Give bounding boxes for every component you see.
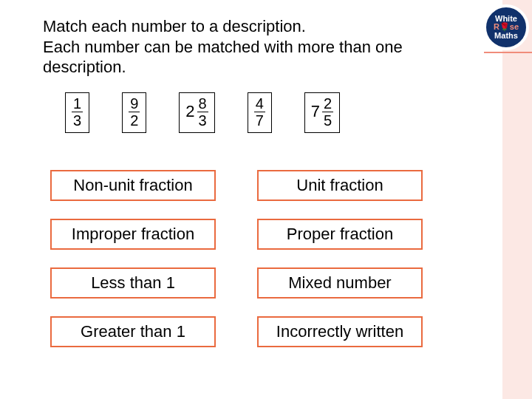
fraction-card[interactable]: 7 2 5: [304, 92, 340, 133]
description-box[interactable]: Incorrectly written: [257, 316, 423, 347]
denominator: 7: [254, 112, 265, 128]
instruction-line-2: Each number can be matched with more tha…: [43, 37, 479, 78]
description-box[interactable]: Greater than 1: [50, 316, 216, 347]
fraction: 4 7: [254, 96, 265, 128]
denominator: 5: [322, 112, 333, 128]
fraction-card[interactable]: 9 2: [122, 92, 146, 133]
fraction: 2 5: [322, 96, 333, 128]
denominator: 3: [72, 112, 83, 128]
whole-number: 2: [185, 102, 194, 121]
description-box[interactable]: Improper fraction: [50, 219, 216, 250]
logo-text-2: R🌹se: [494, 23, 519, 31]
descriptions-grid: Non-unit fraction Unit fraction Improper…: [50, 170, 479, 347]
numerator: 9: [129, 96, 140, 112]
numerator: 4: [254, 96, 265, 112]
instruction-line-1: Match each number to a description.: [43, 16, 479, 37]
description-box[interactable]: Proper fraction: [257, 219, 423, 250]
numerator: 2: [322, 96, 333, 112]
description-box[interactable]: Mixed number: [257, 267, 423, 299]
denominator: 2: [129, 112, 140, 128]
logo-text-3: Maths: [494, 32, 518, 40]
description-box[interactable]: Less than 1: [50, 267, 216, 299]
fraction: 9 2: [129, 96, 140, 128]
instructions: Match each number to a description. Each…: [43, 16, 479, 78]
brand-logo: White R🌹se Maths: [483, 4, 529, 50]
whole-number: 7: [311, 102, 320, 121]
fraction-card[interactable]: 2 8 3: [179, 92, 214, 133]
fractions-row: 1 3 9 2 2 8 3 4 7 7 2: [65, 92, 479, 133]
content-area: Match each number to a description. Each…: [43, 16, 479, 347]
denominator: 3: [197, 112, 208, 128]
numerator: 8: [197, 96, 208, 112]
fraction-card[interactable]: 1 3: [65, 92, 89, 133]
description-box[interactable]: Unit fraction: [257, 170, 423, 201]
logo-underline: [484, 52, 532, 53]
fraction: 1 3: [72, 96, 83, 128]
description-box[interactable]: Non-unit fraction: [50, 170, 216, 201]
numerator: 1: [72, 96, 83, 112]
side-decoration: [502, 0, 532, 399]
fraction-card[interactable]: 4 7: [248, 92, 272, 133]
fraction: 8 3: [197, 96, 208, 128]
